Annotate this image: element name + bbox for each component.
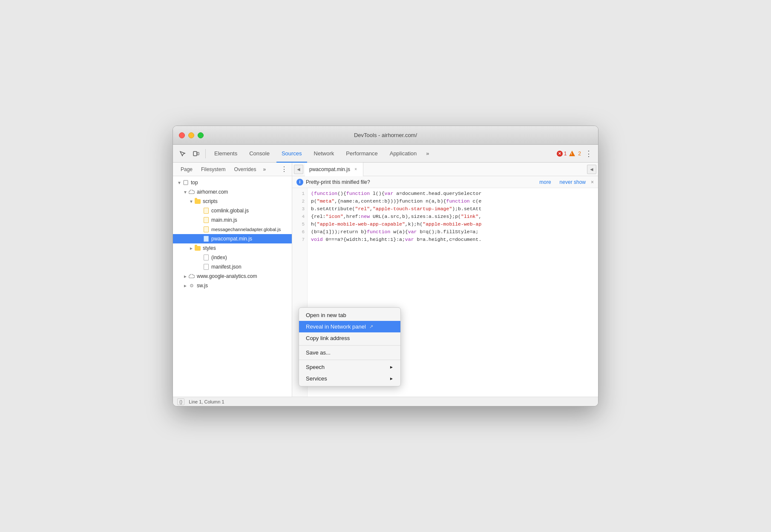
- left-panel: Page Filesystem Overrides » ⋮ ▼: [173, 163, 292, 397]
- minimize-button[interactable]: [188, 132, 194, 138]
- tree-item-index[interactable]: ► (index): [173, 253, 292, 262]
- code-line-1: (function(){function l(){var a=document.…: [311, 190, 595, 197]
- tree-label-sw: sw.js: [197, 283, 208, 289]
- info-icon: i: [296, 179, 303, 186]
- sub-tabs-more[interactable]: »: [260, 166, 268, 172]
- line-num-6: 6: [292, 228, 305, 236]
- tree-item-top[interactable]: ▼ top: [173, 178, 292, 187]
- warning-icon: !: [569, 151, 575, 156]
- tab-application[interactable]: Application: [385, 145, 422, 163]
- error-area: ✕ 1 ! 2: [557, 151, 581, 157]
- tab-performance[interactable]: Performance: [341, 145, 383, 163]
- error-count: 1: [564, 151, 567, 157]
- main-toolbar: Elements Console Sources Network Perform…: [173, 145, 598, 163]
- tree-arrow-top: ▼: [176, 180, 182, 186]
- tree-label-comlink: comlink.global.js: [211, 208, 249, 214]
- file-tab-pwacompat[interactable]: pwacompat.min.js ×: [305, 163, 363, 176]
- checkbox-icon: [182, 179, 189, 186]
- sub-tab-menu-button[interactable]: ⋮: [280, 165, 288, 174]
- format-icon: {}: [179, 399, 182, 404]
- sub-tab-page[interactable]: Page: [176, 163, 197, 176]
- cloud-icon-google-analytics: [188, 273, 195, 280]
- tree-item-manifest[interactable]: ► manifest.json: [173, 262, 292, 272]
- line-num-2: 2: [292, 197, 305, 205]
- devtools-window: DevTools - airhorner.com/ Elements Conso…: [173, 126, 598, 406]
- line-num-4: 4: [292, 213, 305, 220]
- svg-rect-1: [197, 152, 199, 155]
- file-tab-close-button[interactable]: ×: [353, 166, 359, 172]
- maximize-button[interactable]: [198, 132, 204, 138]
- ctx-save-as[interactable]: Save as...: [299, 347, 400, 358]
- device-icon[interactable]: [190, 148, 202, 160]
- tree-item-scripts[interactable]: ▼ scripts: [173, 197, 292, 206]
- tree-item-pwacompat[interactable]: ► pwacompat.min.js: [173, 234, 292, 243]
- toolbar-menu-button[interactable]: ⋮: [583, 148, 595, 160]
- ctx-reveal-network[interactable]: Reveal in Network panel ↗: [299, 321, 400, 332]
- pretty-more-link[interactable]: more: [539, 179, 551, 185]
- file-tab-name: pwacompat.min.js: [309, 166, 350, 172]
- tabs-more-button[interactable]: »: [423, 150, 432, 157]
- warning-count: 2: [578, 151, 581, 157]
- tab-elements[interactable]: Elements: [209, 145, 242, 163]
- ctx-services[interactable]: Services ►: [299, 373, 400, 384]
- sub-tab-overrides[interactable]: Overrides: [230, 163, 260, 176]
- file-icon-main: [203, 217, 210, 223]
- tree-label-main: main.min.js: [211, 217, 237, 223]
- tree-arrow-sw: ►: [182, 283, 188, 289]
- line-num-1: 1: [292, 190, 305, 197]
- file-icon-comlink: [203, 207, 210, 214]
- tree-item-comlink[interactable]: ► comlink.global.js: [173, 206, 292, 215]
- toolbar-divider-1: [205, 149, 206, 158]
- file-icon-index: [203, 254, 210, 261]
- tree-arrow-scripts: ▼: [188, 198, 194, 204]
- tree-item-airhorner[interactable]: ▼ airhorner.com: [173, 187, 292, 197]
- file-icon-manifest: [203, 263, 210, 270]
- close-button[interactable]: [179, 132, 185, 138]
- cloud-icon-airhorner: [188, 189, 195, 195]
- file-tabs: ◄ pwacompat.min.js × ◄: [292, 163, 598, 176]
- tab-console[interactable]: Console: [244, 145, 275, 163]
- tree-item-styles[interactable]: ► styles: [173, 243, 292, 253]
- file-tab-nav-prev[interactable]: ◄: [294, 165, 303, 174]
- error-badge: ✕ 1: [557, 151, 567, 157]
- inspect-icon[interactable]: [176, 148, 188, 160]
- tree-label-airhorner: airhorner.com: [197, 189, 228, 195]
- pretty-never-link[interactable]: never show: [560, 179, 586, 185]
- tree-label-scripts: scripts: [203, 198, 218, 204]
- tree-item-main[interactable]: ► main.min.js: [173, 215, 292, 225]
- tree-label-pwacompat: pwacompat.min.js: [211, 236, 252, 242]
- ctx-separator-1: [299, 345, 400, 346]
- ctx-copy-link[interactable]: Copy link address: [299, 332, 400, 344]
- format-button[interactable]: {}: [177, 398, 184, 405]
- ctx-speech[interactable]: Speech ►: [299, 361, 400, 373]
- tree-label-google-analytics: www.google-analytics.com: [197, 273, 257, 279]
- services-submenu-arrow: ►: [389, 376, 394, 381]
- folder-icon-styles: [194, 245, 201, 252]
- code-line-4: {rel:"icon",href:new URL(a.src,b),sizes:…: [311, 213, 595, 220]
- tree-item-sw[interactable]: ► ⚙ sw.js: [173, 281, 292, 290]
- tree-label-manifest: manifest.json: [211, 264, 242, 270]
- tree-item-google-analytics[interactable]: ► www.google-analytics.com: [173, 272, 292, 281]
- folder-icon-scripts: [194, 198, 201, 205]
- tree-item-messageadapter[interactable]: ► messagechanneladapter.global.js: [173, 225, 292, 234]
- code-line-3: b.setAttribute("rel","apple-touch-startu…: [311, 205, 595, 213]
- title-bar: DevTools - airhorner.com/: [173, 126, 598, 145]
- tab-network[interactable]: Network: [309, 145, 339, 163]
- ctx-open-new-tab[interactable]: Open in new tab: [299, 309, 400, 321]
- pretty-print-text: Pretty-print this minified file?: [306, 179, 370, 185]
- tree-label-messageadapter: messagechanneladapter.global.js: [211, 227, 281, 232]
- pretty-close-button[interactable]: ×: [591, 179, 594, 185]
- tree-label-index: (index): [211, 255, 227, 260]
- file-tab-nav-next[interactable]: ◄: [587, 165, 596, 174]
- cursor-indicator: ↗: [369, 324, 373, 329]
- tree-label-styles: styles: [203, 245, 216, 251]
- error-icon: ✕: [557, 151, 563, 157]
- tab-sources[interactable]: Sources: [276, 145, 307, 163]
- code-line-2: p("meta",{name:a,content:b}))}function n…: [311, 197, 595, 205]
- speech-submenu-arrow: ►: [389, 365, 394, 369]
- pretty-bar: i Pretty-print this minified file? more …: [292, 176, 598, 188]
- context-menu: Open in new tab Reveal in Network panel …: [299, 307, 401, 386]
- sub-tab-filesystem[interactable]: Filesystem: [197, 163, 230, 176]
- tree-arrow-google-analytics: ►: [182, 273, 188, 279]
- tree-arrow-styles: ►: [188, 245, 194, 251]
